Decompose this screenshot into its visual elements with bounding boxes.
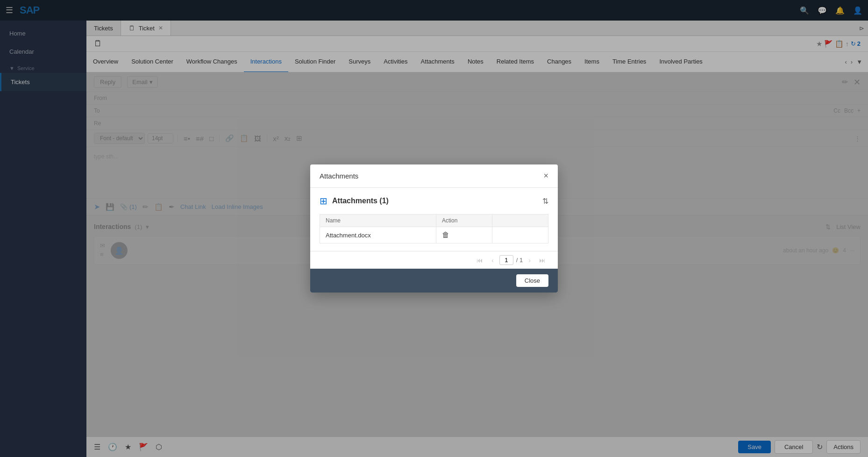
col-name: Name [320, 214, 436, 227]
attachment-action-cell: 🗑 [436, 227, 492, 243]
spacer-cell [492, 227, 548, 243]
pagination-last-button[interactable]: ⏭ [536, 256, 548, 265]
attachment-name: Attachment.docx [320, 227, 436, 243]
modal-body: ⊞ Attachments (1) ⇅ Name Action [310, 188, 558, 251]
modal-close-footer-button[interactable]: Close [516, 274, 548, 287]
pagination-prev-button[interactable]: ‹ [489, 256, 497, 265]
modal-body-title: Attachments (1) [332, 197, 389, 205]
modal-sort-icon[interactable]: ⇅ [542, 197, 548, 206]
pagination-next-button[interactable]: › [526, 256, 534, 265]
pagination-page-input[interactable] [499, 255, 513, 265]
attachments-table: Name Action Attachment.docx 🗑 [320, 214, 548, 243]
modal-footer: Close [310, 269, 558, 293]
col-action: Action [436, 214, 492, 227]
modal-close-button[interactable]: × [543, 171, 548, 181]
pagination-first-button[interactable]: ⏮ [474, 256, 486, 265]
attachments-modal: Attachments × ⊞ Attachments (1) ⇅ Name A… [310, 164, 558, 293]
modal-overlay: Attachments × ⊞ Attachments (1) ⇅ Name A… [0, 0, 868, 457]
modal-title: Attachments [320, 172, 358, 180]
modal-header: Attachments × [310, 164, 558, 188]
attachment-row: Attachment.docx 🗑 [320, 227, 548, 243]
modal-pagination: ⏮ ‹ / 1 › ⏭ [310, 251, 558, 269]
modal-body-header: ⊞ Attachments (1) ⇅ [320, 195, 548, 207]
pagination-total: / 1 [516, 257, 523, 264]
col-spacer [492, 214, 548, 227]
app-shell: ☰ SAP 🔍 💬 🔔 👤 Home Calendar ▼ Service Ti… [0, 0, 868, 457]
modal-grid-icon: ⊞ [320, 195, 327, 207]
delete-attachment-icon[interactable]: 🗑 [442, 231, 449, 239]
